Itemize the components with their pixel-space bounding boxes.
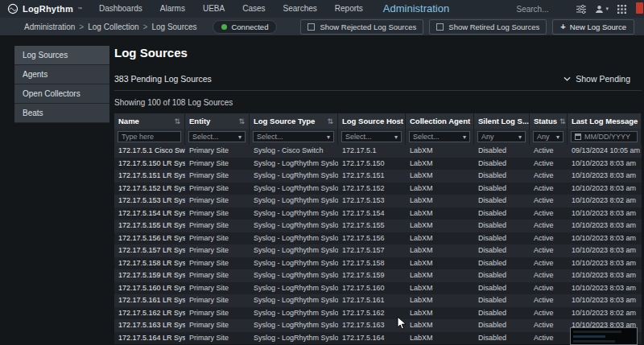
show-rejected-checkbox[interactable]: Show Rejected Log Sources — [300, 19, 423, 35]
table-row[interactable]: 172.17.5.154 LR Sysl... Primary Site Sys… — [114, 207, 642, 220]
cell-collection-agent: LabXM — [406, 332, 474, 345]
cell-name: 172.17.5.161 LR Sysl... — [114, 294, 185, 307]
cell-log-source-type: Syslog - LogRhythm Syslog Ge... — [250, 269, 338, 282]
table-row[interactable]: 172.17.5.150 LR Sysl... Primary Site Sys… — [114, 158, 642, 170]
cell-log-source-type: Syslog - LogRhythm Syslog Ge... — [250, 257, 338, 270]
nav-item[interactable]: Cases — [233, 0, 274, 18]
cell-silent-log-source: Disabled — [474, 307, 530, 320]
show-retired-checkbox[interactable]: Show Retired Log Sources — [429, 19, 547, 35]
column-header[interactable]: Status ⇅ — [530, 113, 568, 129]
cell-last-log-message: 10/10/2023 8:03 am — [568, 183, 642, 195]
nav-item[interactable]: Alarms — [151, 0, 194, 18]
cell-log-source-host: 172.17.5.154 — [338, 207, 406, 220]
sidebar-item[interactable]: Log Sources — [14, 46, 109, 65]
type-filter-select[interactable]: Select... ▾ — [253, 131, 334, 142]
column-header[interactable]: Last Log Message ⇅ — [568, 113, 642, 129]
nav-item-administration[interactable]: Administration — [372, 0, 460, 18]
pip-overlay[interactable] — [570, 327, 638, 345]
table-row[interactable]: 172.17.5.156 LR Sysl... Primary Site Sys… — [114, 232, 642, 245]
cell-collection-agent: LabXM — [406, 145, 474, 158]
cell-log-source-host: 172.17.5.153 — [338, 195, 406, 207]
cell-silent-log-source: Disabled — [474, 207, 530, 220]
pending-count-label: 383 Pending Log Sources — [114, 74, 212, 84]
cell-collection-agent: LabXM — [406, 207, 474, 220]
table-row[interactable]: 172.17.5.161 LR Sysl... Primary Site Sys… — [114, 294, 642, 307]
cell-collection-agent: LabXM — [406, 319, 474, 332]
trademark: ™ — [77, 6, 82, 11]
filter-cell-host: Select... ▾ — [338, 129, 406, 145]
table-row[interactable]: 172.17.5.164 LR Sysl... Primary Site Sys… — [114, 332, 642, 345]
column-header[interactable]: Collection Agent ⇅ — [406, 113, 474, 129]
record-indicator — [636, 2, 643, 14]
table-row[interactable]: 172.17.5.153 LR Sysl... Primary Site Sys… — [114, 195, 642, 207]
search-input[interactable] — [516, 5, 568, 14]
table-row[interactable]: 172.17.5.155 LR Sysl... Primary Site Sys… — [114, 220, 642, 232]
cell-log-source-type: Syslog - LogRhythm Syslog Ge... — [250, 195, 338, 207]
table-row[interactable]: 172.17.5.159 LR Sysl... Primary Site Sys… — [114, 269, 642, 282]
cell-collection-agent: LabXM — [406, 183, 474, 195]
breadcrumb-item[interactable]: Log Collection > — [88, 23, 147, 31]
cell-silent-log-source: Disabled — [474, 244, 530, 257]
cell-name: 172.17.5.152 LR Sysl... — [114, 183, 185, 195]
nav-item[interactable]: Dashboards — [90, 0, 151, 18]
date-filter[interactable] — [571, 131, 638, 142]
checkbox-icon — [308, 23, 315, 31]
agent-filter-select[interactable]: Select... ▾ — [409, 131, 470, 142]
table-row[interactable]: 172.17.5.157 LR Sysl... Primary Site Sys… — [114, 244, 642, 257]
show-pending-toggle[interactable]: Show Pending — [564, 74, 630, 84]
silent-filter-select[interactable]: Any ▾ — [477, 131, 526, 142]
cell-status: Active — [530, 183, 568, 195]
sidebar-item[interactable]: Open Collectors — [14, 84, 109, 104]
table-header-row: Name ⇅ Entity ⇅ Log Source Type ⇅ Log So… — [114, 113, 642, 129]
logrhythm-logo[interactable]: LogRhythm ™ — [0, 3, 90, 14]
table-row[interactable]: 172.17.5.163 LR Sysl... Primary Site Sys… — [114, 319, 642, 332]
filter-sliders-icon[interactable] — [576, 5, 586, 14]
table-row[interactable]: 172.17.5.160 LR Sysl... Primary Site Sys… — [114, 282, 642, 295]
name-filter-input[interactable] — [118, 131, 181, 142]
column-header[interactable]: Log Source Host ⇅ — [338, 113, 406, 129]
cell-name: 172.17.5.151 LR Sysl... — [114, 170, 185, 183]
cell-entity: Primary Site — [185, 244, 250, 257]
sidebar-item[interactable]: Beats — [14, 104, 109, 123]
cell-log-source-type: Syslog - LogRhythm Syslog Ge... — [250, 332, 338, 345]
new-log-source-button[interactable]: + New Log Source — [552, 19, 634, 35]
table-row[interactable]: 172.17.5.1 Cisco Swit... Primary Site Sy… — [114, 145, 642, 158]
table-row[interactable]: 172.17.5.162 LR Sysl... Primary Site Sys… — [114, 307, 642, 320]
cell-silent-log-source: Disabled — [474, 195, 530, 207]
nav-item[interactable]: Reports — [326, 0, 372, 18]
cell-name: 172.17.5.155 LR Sysl... — [114, 220, 185, 232]
sidebar-item-label: Open Collectors — [23, 89, 80, 98]
column-header[interactable]: Log Source Type ⇅ — [250, 113, 338, 129]
nav-item[interactable]: Searches — [275, 0, 326, 18]
column-header[interactable]: Silent Log S... ⇅ — [474, 113, 530, 129]
date-filter-input[interactable] — [584, 133, 634, 141]
cell-last-log-message: 10/10/2023 8:03 am — [568, 207, 642, 220]
cell-name: 172.17.5.156 LR Sysl... — [114, 232, 185, 245]
cell-status: Active — [530, 319, 568, 332]
cell-silent-log-source: Disabled — [474, 269, 530, 282]
cell-collection-agent: LabXM — [406, 294, 474, 307]
cell-collection-agent: LabXM — [406, 232, 474, 245]
plus-icon: + — [560, 23, 565, 31]
column-header[interactable]: Entity ⇅ — [185, 113, 250, 129]
column-header[interactable]: Name ⇅ — [114, 113, 185, 129]
table-row[interactable]: 172.17.5.152 LR Sysl... Primary Site Sys… — [114, 183, 642, 195]
table-row[interactable]: 172.17.5.158 LR Sysl... Primary Site Sys… — [114, 257, 642, 270]
status-filter-select[interactable]: Any ▾ — [533, 131, 564, 142]
column-header-label: Silent Log S... — [478, 117, 529, 125]
breadcrumb-item[interactable]: Administration > — [24, 23, 84, 31]
sidebar-item[interactable]: Agents — [14, 65, 109, 84]
sort-icon: ⇅ — [559, 117, 566, 125]
nav-item[interactable]: UEBA — [194, 0, 233, 18]
cell-name: 172.17.5.1 Cisco Swit... — [114, 145, 185, 158]
entity-filter-select[interactable]: Select... ▾ — [188, 131, 246, 142]
user-menu[interactable]: ▾ — [595, 5, 609, 14]
breadcrumb-item[interactable]: Log Sources > — [151, 23, 196, 31]
app-grid-icon[interactable] — [617, 5, 626, 14]
connected-dot-icon — [221, 24, 227, 30]
cell-log-source-type: Syslog - LogRhythm Syslog Ge... — [250, 207, 338, 220]
host-filter-select[interactable]: Select... ▾ — [341, 131, 402, 142]
table-row[interactable]: 172.17.5.151 LR Sysl... Primary Site Sys… — [114, 170, 642, 183]
cell-entity: Primary Site — [185, 332, 250, 345]
column-header-label: Status — [534, 117, 557, 125]
